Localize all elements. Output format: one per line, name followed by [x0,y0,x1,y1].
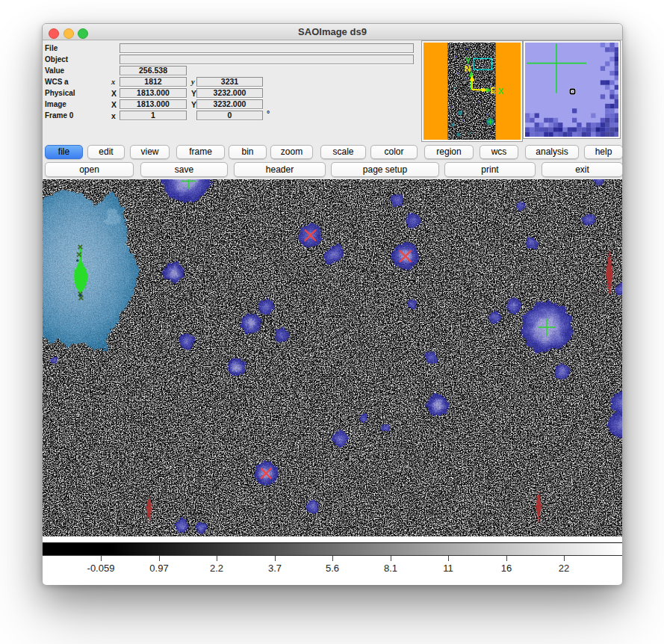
svg-text:N: N [465,64,471,73]
svg-text:X: X [498,87,504,96]
svg-text:E: E [491,86,497,95]
